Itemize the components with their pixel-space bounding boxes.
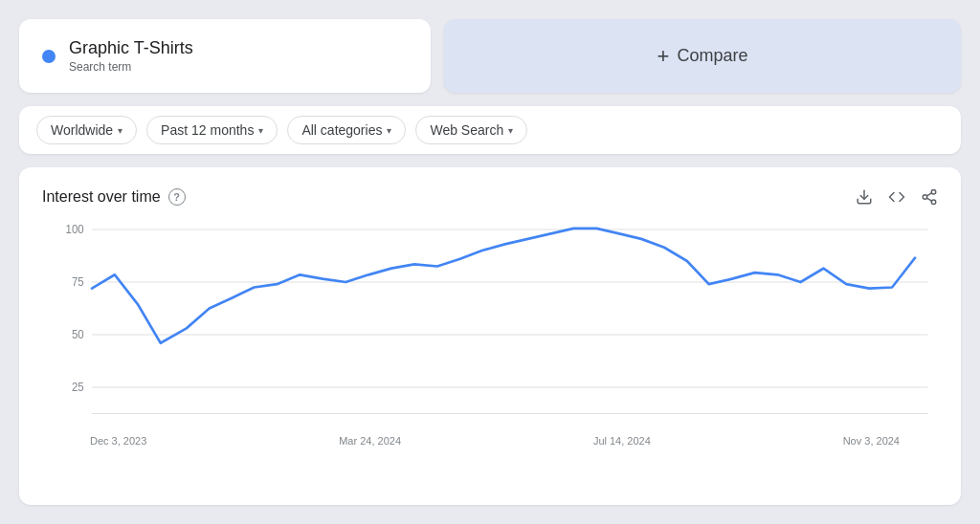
download-icon[interactable]	[856, 188, 873, 206]
compare-plus-icon: +	[657, 44, 670, 69]
x-label-4: Nov 3, 2024	[843, 435, 900, 447]
svg-text:100: 100	[66, 223, 85, 235]
search-term-title: Graphic T-Shirts	[69, 38, 193, 58]
filter-time-label: Past 12 months	[161, 122, 254, 138]
chart-title-area: Interest over time ?	[42, 188, 186, 206]
x-label-3: Jul 14, 2024	[593, 435, 651, 447]
filter-location-label: Worldwide	[51, 122, 113, 138]
filter-time[interactable]: Past 12 months ▾	[146, 116, 278, 144]
trend-line	[92, 229, 915, 343]
filter-search-type-label: Web Search	[430, 122, 503, 138]
search-term-subtitle: Search term	[69, 60, 193, 74]
search-term-card: Graphic T-Shirts Search term	[19, 19, 431, 93]
filter-category-label: All categories	[301, 122, 382, 138]
compare-label: Compare	[677, 46, 747, 66]
chart-header: Interest over time ?	[42, 188, 938, 206]
chart-area: 100 75 50 25	[42, 219, 938, 429]
help-icon[interactable]: ?	[168, 188, 186, 206]
x-label-2: Mar 24, 2024	[339, 435, 401, 447]
chart-actions	[856, 188, 938, 206]
x-label-1: Dec 3, 2023	[90, 435, 146, 447]
filter-search-type[interactable]: Web Search ▾	[415, 116, 527, 144]
chevron-down-icon: ▾	[118, 125, 122, 136]
chevron-down-icon: ▾	[387, 125, 391, 136]
svg-text:75: 75	[72, 275, 84, 288]
interest-chart: 100 75 50 25	[42, 219, 938, 429]
chart-title: Interest over time	[42, 188, 161, 206]
top-row: Graphic T-Shirts Search term + Compare	[19, 19, 961, 93]
filter-location[interactable]: Worldwide ▾	[36, 116, 137, 144]
share-icon[interactable]	[921, 188, 938, 206]
filter-category[interactable]: All categories ▾	[287, 116, 406, 144]
svg-text:50: 50	[72, 328, 84, 340]
chevron-down-icon: ▾	[508, 125, 513, 136]
compare-inner: + Compare	[657, 44, 748, 69]
term-color-dot	[42, 50, 56, 63]
filter-bar: Worldwide ▾ Past 12 months ▾ All categor…	[19, 106, 961, 154]
embed-icon[interactable]	[888, 188, 905, 206]
svg-line-5	[926, 193, 931, 196]
chevron-down-icon: ▾	[258, 125, 263, 136]
chart-card: Interest over time ?	[19, 167, 961, 505]
svg-line-4	[926, 198, 931, 201]
svg-text:25: 25	[72, 381, 84, 393]
compare-card[interactable]: + Compare	[444, 19, 961, 93]
search-term-text: Graphic T-Shirts Search term	[69, 38, 193, 74]
x-axis-labels: Dec 3, 2023 Mar 24, 2024 Jul 14, 2024 No…	[42, 429, 938, 447]
